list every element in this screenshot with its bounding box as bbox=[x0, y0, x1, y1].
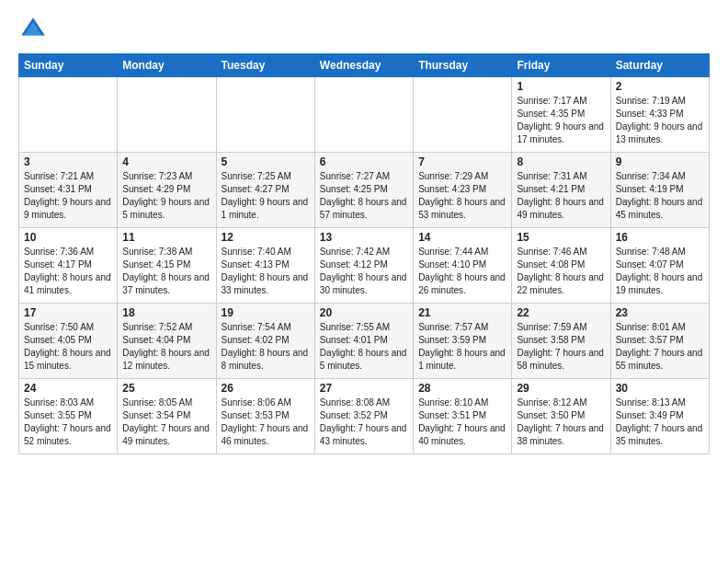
day-info: Sunrise: 7:42 AM Sunset: 4:12 PM Dayligh… bbox=[320, 246, 408, 297]
calendar-week-row: 1Sunrise: 7:17 AM Sunset: 4:35 PM Daylig… bbox=[19, 77, 710, 153]
day-number: 19 bbox=[222, 306, 310, 319]
header bbox=[18, 15, 710, 44]
calendar-day-cell bbox=[414, 77, 512, 153]
weekday-header: Tuesday bbox=[216, 54, 314, 77]
day-number: 7 bbox=[418, 155, 506, 168]
day-info: Sunrise: 7:21 AM Sunset: 4:31 PM Dayligh… bbox=[24, 170, 112, 222]
day-number: 13 bbox=[320, 231, 408, 244]
logo bbox=[18, 15, 51, 44]
day-number: 28 bbox=[418, 382, 506, 395]
day-info: Sunrise: 7:57 AM Sunset: 3:59 PM Dayligh… bbox=[418, 321, 506, 373]
calendar-day-cell: 24Sunrise: 8:03 AM Sunset: 3:55 PM Dayli… bbox=[19, 379, 118, 454]
calendar-day-cell: 19Sunrise: 7:54 AM Sunset: 4:02 PM Dayli… bbox=[216, 304, 314, 379]
calendar-day-cell: 12Sunrise: 7:40 AM Sunset: 4:13 PM Dayli… bbox=[216, 228, 314, 304]
day-number: 29 bbox=[517, 382, 605, 395]
day-number: 18 bbox=[122, 306, 210, 319]
day-info: Sunrise: 7:17 AM Sunset: 4:35 PM Dayligh… bbox=[517, 95, 605, 146]
day-info: Sunrise: 8:12 AM Sunset: 3:50 PM Dayligh… bbox=[517, 396, 605, 448]
day-number: 24 bbox=[24, 382, 112, 395]
day-info: Sunrise: 7:46 AM Sunset: 4:08 PM Dayligh… bbox=[517, 246, 605, 297]
calendar-day-cell: 18Sunrise: 7:52 AM Sunset: 4:04 PM Dayli… bbox=[118, 304, 216, 379]
day-info: Sunrise: 8:10 AM Sunset: 3:51 PM Dayligh… bbox=[418, 396, 506, 448]
calendar-day-cell: 2Sunrise: 7:19 AM Sunset: 4:33 PM Daylig… bbox=[610, 77, 709, 153]
day-number: 10 bbox=[24, 231, 112, 244]
day-info: Sunrise: 7:48 AM Sunset: 4:07 PM Dayligh… bbox=[616, 246, 704, 297]
calendar-day-cell: 23Sunrise: 8:01 AM Sunset: 3:57 PM Dayli… bbox=[610, 304, 709, 379]
day-info: Sunrise: 7:50 AM Sunset: 4:05 PM Dayligh… bbox=[24, 321, 112, 373]
calendar-day-cell: 1Sunrise: 7:17 AM Sunset: 4:35 PM Daylig… bbox=[512, 77, 610, 153]
day-number: 6 bbox=[320, 155, 408, 168]
day-info: Sunrise: 7:23 AM Sunset: 4:29 PM Dayligh… bbox=[122, 170, 210, 222]
day-number: 17 bbox=[24, 306, 112, 319]
day-info: Sunrise: 7:36 AM Sunset: 4:17 PM Dayligh… bbox=[24, 246, 112, 297]
calendar-day-cell: 4Sunrise: 7:23 AM Sunset: 4:29 PM Daylig… bbox=[118, 153, 216, 228]
calendar-day-cell: 27Sunrise: 8:08 AM Sunset: 3:52 PM Dayli… bbox=[314, 379, 413, 454]
day-number: 30 bbox=[616, 382, 704, 395]
calendar-day-cell bbox=[19, 77, 118, 153]
day-number: 22 bbox=[517, 306, 605, 319]
day-info: Sunrise: 7:27 AM Sunset: 4:25 PM Dayligh… bbox=[320, 170, 408, 222]
calendar-day-cell bbox=[216, 77, 314, 153]
weekday-header: Sunday bbox=[19, 54, 118, 77]
calendar-day-cell: 3Sunrise: 7:21 AM Sunset: 4:31 PM Daylig… bbox=[19, 153, 118, 228]
calendar-day-cell: 6Sunrise: 7:27 AM Sunset: 4:25 PM Daylig… bbox=[314, 153, 413, 228]
calendar-day-cell: 17Sunrise: 7:50 AM Sunset: 4:05 PM Dayli… bbox=[19, 304, 118, 379]
calendar-day-cell: 13Sunrise: 7:42 AM Sunset: 4:12 PM Dayli… bbox=[314, 228, 413, 304]
logo-icon bbox=[18, 15, 48, 44]
calendar-week-row: 3Sunrise: 7:21 AM Sunset: 4:31 PM Daylig… bbox=[19, 153, 710, 228]
day-number: 1 bbox=[517, 80, 605, 93]
calendar-day-cell: 8Sunrise: 7:31 AM Sunset: 4:21 PM Daylig… bbox=[512, 153, 610, 228]
calendar-day-cell: 7Sunrise: 7:29 AM Sunset: 4:23 PM Daylig… bbox=[414, 153, 512, 228]
weekday-header: Monday bbox=[118, 54, 216, 77]
calendar-header-row: SundayMondayTuesdayWednesdayThursdayFrid… bbox=[19, 54, 710, 77]
weekday-header: Saturday bbox=[610, 54, 709, 77]
day-info: Sunrise: 8:03 AM Sunset: 3:55 PM Dayligh… bbox=[24, 396, 112, 448]
day-number: 11 bbox=[122, 231, 210, 244]
page: SundayMondayTuesdayWednesdayThursdayFrid… bbox=[0, 0, 728, 563]
day-info: Sunrise: 8:13 AM Sunset: 3:49 PM Dayligh… bbox=[616, 396, 704, 448]
day-info: Sunrise: 7:44 AM Sunset: 4:10 PM Dayligh… bbox=[418, 246, 506, 297]
calendar-day-cell: 26Sunrise: 8:06 AM Sunset: 3:53 PM Dayli… bbox=[216, 379, 314, 454]
calendar-day-cell: 30Sunrise: 8:13 AM Sunset: 3:49 PM Dayli… bbox=[610, 379, 709, 454]
calendar-day-cell bbox=[314, 77, 413, 153]
day-number: 16 bbox=[616, 231, 704, 244]
day-info: Sunrise: 7:54 AM Sunset: 4:02 PM Dayligh… bbox=[222, 321, 310, 373]
calendar-day-cell: 16Sunrise: 7:48 AM Sunset: 4:07 PM Dayli… bbox=[610, 228, 709, 304]
weekday-header: Wednesday bbox=[314, 54, 413, 77]
day-info: Sunrise: 7:38 AM Sunset: 4:15 PM Dayligh… bbox=[122, 246, 210, 297]
calendar-day-cell: 14Sunrise: 7:44 AM Sunset: 4:10 PM Dayli… bbox=[414, 228, 512, 304]
day-number: 3 bbox=[24, 155, 112, 168]
day-number: 8 bbox=[517, 155, 605, 168]
day-number: 20 bbox=[320, 306, 408, 319]
day-number: 23 bbox=[616, 306, 704, 319]
calendar-day-cell: 11Sunrise: 7:38 AM Sunset: 4:15 PM Dayli… bbox=[118, 228, 216, 304]
day-number: 26 bbox=[222, 382, 310, 395]
calendar-day-cell: 10Sunrise: 7:36 AM Sunset: 4:17 PM Dayli… bbox=[19, 228, 118, 304]
calendar-day-cell: 28Sunrise: 8:10 AM Sunset: 3:51 PM Dayli… bbox=[414, 379, 512, 454]
day-info: Sunrise: 7:55 AM Sunset: 4:01 PM Dayligh… bbox=[320, 321, 408, 373]
day-number: 4 bbox=[122, 155, 210, 168]
day-info: Sunrise: 7:59 AM Sunset: 3:58 PM Dayligh… bbox=[517, 321, 605, 373]
calendar-week-row: 24Sunrise: 8:03 AM Sunset: 3:55 PM Dayli… bbox=[19, 379, 710, 454]
calendar-day-cell: 21Sunrise: 7:57 AM Sunset: 3:59 PM Dayli… bbox=[414, 304, 512, 379]
day-number: 12 bbox=[222, 231, 310, 244]
calendar-day-cell: 20Sunrise: 7:55 AM Sunset: 4:01 PM Dayli… bbox=[314, 304, 413, 379]
day-info: Sunrise: 7:19 AM Sunset: 4:33 PM Dayligh… bbox=[616, 95, 704, 146]
weekday-header: Friday bbox=[512, 54, 610, 77]
calendar-day-cell: 15Sunrise: 7:46 AM Sunset: 4:08 PM Dayli… bbox=[512, 228, 610, 304]
day-info: Sunrise: 7:40 AM Sunset: 4:13 PM Dayligh… bbox=[222, 246, 310, 297]
calendar-day-cell: 22Sunrise: 7:59 AM Sunset: 3:58 PM Dayli… bbox=[512, 304, 610, 379]
day-number: 5 bbox=[222, 155, 310, 168]
day-info: Sunrise: 8:06 AM Sunset: 3:53 PM Dayligh… bbox=[222, 396, 310, 448]
day-number: 21 bbox=[418, 306, 506, 319]
day-info: Sunrise: 8:08 AM Sunset: 3:52 PM Dayligh… bbox=[320, 396, 408, 448]
calendar-day-cell bbox=[118, 77, 216, 153]
day-number: 27 bbox=[320, 382, 408, 395]
calendar-week-row: 17Sunrise: 7:50 AM Sunset: 4:05 PM Dayli… bbox=[19, 304, 710, 379]
day-info: Sunrise: 7:52 AM Sunset: 4:04 PM Dayligh… bbox=[122, 321, 210, 373]
day-info: Sunrise: 7:29 AM Sunset: 4:23 PM Dayligh… bbox=[418, 170, 506, 222]
day-info: Sunrise: 7:25 AM Sunset: 4:27 PM Dayligh… bbox=[222, 170, 310, 222]
day-number: 9 bbox=[616, 155, 704, 168]
day-info: Sunrise: 7:31 AM Sunset: 4:21 PM Dayligh… bbox=[517, 170, 605, 222]
calendar: SundayMondayTuesdayWednesdayThursdayFrid… bbox=[18, 53, 710, 454]
